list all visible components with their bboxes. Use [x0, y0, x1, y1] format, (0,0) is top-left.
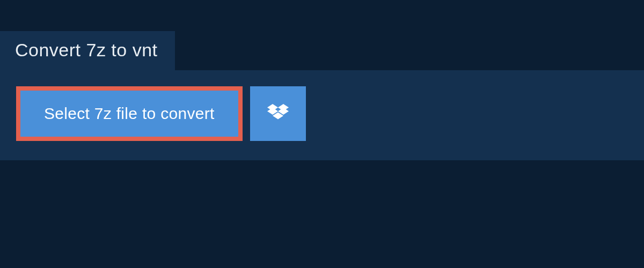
tab-bar: Convert 7z to vnt — [0, 0, 644, 70]
dropbox-button[interactable] — [250, 86, 306, 141]
tab-convert-7z-to-vnt[interactable]: Convert 7z to vnt — [0, 31, 175, 70]
file-select-row: Select 7z file to convert — [16, 86, 628, 141]
select-file-label: Select 7z file to convert — [44, 105, 215, 123]
dropbox-icon — [267, 104, 289, 123]
select-file-button[interactable]: Select 7z file to convert — [16, 86, 243, 141]
tab-title: Convert 7z to vnt — [15, 40, 158, 60]
convert-panel: Select 7z file to convert — [0, 70, 644, 160]
